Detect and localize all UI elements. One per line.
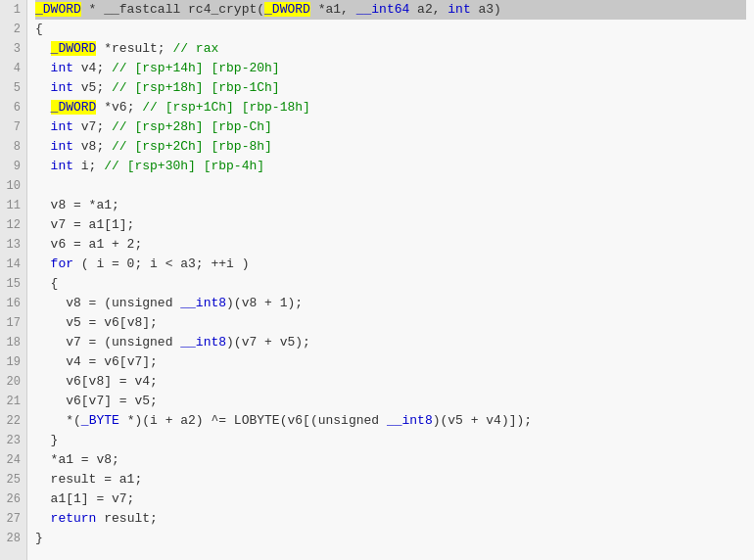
line-num-26: 26 (6, 490, 21, 509)
line-num-8: 8 (6, 137, 21, 157)
int-type-8: int (51, 139, 73, 154)
indent-16 (35, 296, 66, 310)
code-26: a1[1] = v7; (51, 491, 135, 506)
code-line-19: v4 = v6[v7]; (35, 352, 746, 372)
code-9a: i; (73, 159, 104, 173)
code-3a: *result; (96, 41, 172, 56)
comment-7: // [rsp+28h] [rbp-Ch] (112, 119, 272, 134)
indent-18 (35, 335, 66, 350)
line-num-6: 6 (6, 98, 21, 117)
dword-keyword-param: _DWORD (264, 2, 310, 17)
indent-6 (35, 100, 51, 115)
code-line-25: result = a1; (35, 470, 746, 490)
code-line-23: } (35, 431, 746, 450)
comment-9: // [rsp+30h] [rbp-4h] (104, 159, 264, 173)
line-num-11: 11 (6, 196, 21, 215)
code-8a: v8; (73, 139, 112, 154)
code-line-7: int v7; // [rsp+28h] [rbp-Ch] (35, 117, 746, 137)
code-line-11: v8 = *a1; (35, 196, 746, 215)
code-7a: v7; (73, 119, 112, 134)
code-line-6: _DWORD *v6; // [rsp+1Ch] [rbp-18h] (35, 98, 746, 117)
comment-3: // rax (172, 41, 218, 56)
open-brace-1: { (35, 22, 43, 36)
indent-4 (35, 61, 51, 75)
line-num-15: 15 (6, 274, 21, 294)
code-line-15: { (35, 274, 746, 294)
code-line-28: } (35, 529, 746, 548)
int8-16: __int8 (180, 296, 226, 310)
indent-5 (35, 80, 51, 95)
code-area: _DWORD * __fastcall rc4_crypt(_DWORD *a1… (27, 0, 754, 560)
comment-5: // [rsp+18h] [rbp-1Ch] (112, 80, 280, 95)
return-kw: return (51, 511, 97, 526)
int-type-9: int (51, 159, 73, 173)
code-line-3: _DWORD *result; // rax (35, 39, 746, 59)
indent-26 (35, 491, 51, 506)
line-num-23: 23 (6, 431, 21, 450)
code-line-22: *(_BYTE *)(i + a2) ^= LOBYTE(v6[(unsigne… (35, 411, 746, 431)
code-line-1: _DWORD * __fastcall rc4_crypt(_DWORD *a1… (35, 0, 746, 20)
indent-23 (35, 433, 51, 447)
code-line-14: for ( i = 0; i < a3; ++i ) (35, 255, 746, 274)
code-16a: v8 = (unsigned (66, 296, 180, 310)
indent-27 (35, 511, 51, 526)
indent-22 (35, 413, 66, 428)
code-line-18: v7 = (unsigned __int8)(v7 + v5); (35, 333, 746, 352)
line-num-27: 27 (6, 509, 21, 529)
code-line-26: a1[1] = v7; (35, 490, 746, 509)
code-text-1c: a2, (409, 2, 448, 17)
line-num-4: 4 (6, 59, 21, 78)
code-line-17: v5 = v6[v8]; (35, 313, 746, 333)
code-text-1b: *a1, (310, 2, 356, 17)
line-num-20: 20 (6, 372, 21, 392)
line-num-25: 25 (6, 470, 21, 490)
code-17: v5 = v6[v8]; (66, 315, 158, 330)
code-line-4: int v4; // [rsp+14h] [rbp-20h] (35, 59, 746, 78)
line-num-12: 12 (6, 215, 21, 235)
code-line-16: v8 = (unsigned __int8)(v8 + 1); (35, 294, 746, 313)
indent-9 (35, 159, 51, 173)
for-keyword: for (51, 257, 73, 271)
line-num-19: 19 (6, 352, 21, 372)
code-line-20: v6[v8] = v4; (35, 372, 746, 392)
line-num-18: 18 (6, 333, 21, 352)
code-line-12: v7 = a1[1]; (35, 215, 746, 235)
code-12: v7 = a1[1]; (51, 217, 135, 232)
line-num-9: 9 (6, 157, 21, 176)
code-line-9: int i; // [rsp+30h] [rbp-4h] (35, 157, 746, 176)
indent-11 (35, 198, 51, 212)
line-num-3: 3 (6, 39, 21, 59)
code-viewer: 1 2 3 4 5 6 7 8 9 10 11 12 13 14 15 16 1… (0, 0, 754, 560)
code-line-27: return result; (35, 509, 746, 529)
code-25: result = a1; (51, 472, 143, 487)
code-22b: *)(i + a2) ^= LOBYTE(v6[(unsigned (119, 413, 387, 428)
line-num-17: 17 (6, 313, 21, 333)
line-num-21: 21 (6, 392, 21, 411)
indent-25 (35, 472, 51, 487)
int-type-5: int (51, 80, 73, 95)
indent-24 (35, 452, 51, 467)
line-num-16: 16 (6, 294, 21, 313)
comment-6: // [rsp+1Ch] [rbp-18h] (142, 100, 310, 115)
indent-21 (35, 394, 66, 408)
code-19: v4 = v6[v7]; (66, 354, 158, 369)
line-num-22: 22 (6, 411, 21, 431)
line-num-28: 28 (6, 529, 21, 548)
indent-13 (35, 237, 51, 252)
code-text-1d: a3) (471, 2, 501, 17)
comment-8: // [rsp+2Ch] [rbp-8h] (112, 139, 272, 154)
indent-8 (35, 139, 51, 154)
code-text-1: * __fastcall rc4_crypt( (81, 2, 264, 17)
code-21: v6[v7] = v5; (66, 394, 158, 408)
line-num-13: 13 (6, 235, 21, 255)
code-11: v8 = *a1; (51, 198, 119, 212)
code-18a: v7 = (unsigned (66, 335, 180, 350)
indent-14 (35, 257, 51, 271)
int-type-1: int (448, 2, 470, 17)
code-22c: )(v5 + v4)]); (433, 413, 532, 428)
code-line-24: *a1 = v8; (35, 450, 746, 470)
indent-7 (35, 119, 51, 134)
code-line-21: v6[v7] = v5; (35, 392, 746, 411)
code-line-8: int v8; // [rsp+2Ch] [rbp-8h] (35, 137, 746, 157)
dword-keyword-1: _DWORD (35, 2, 81, 17)
